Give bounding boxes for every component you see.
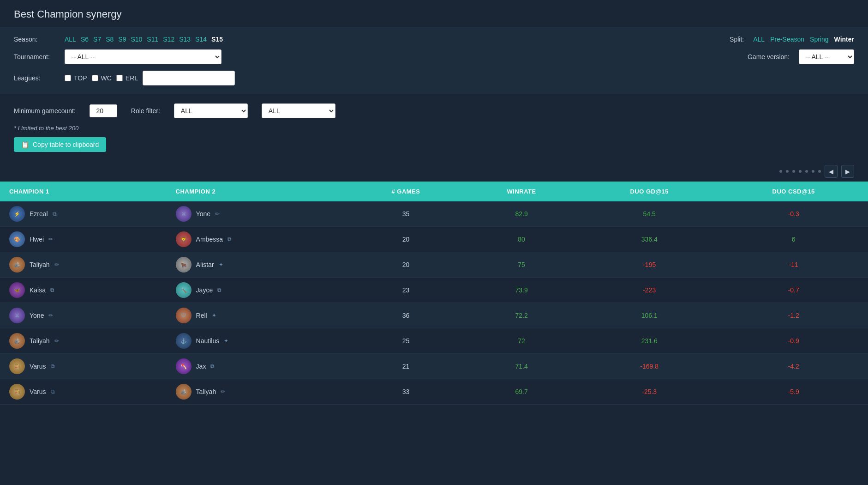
csd15-cell: -0.9	[719, 328, 868, 354]
champ2-role-icon[interactable]: ✦	[212, 312, 216, 319]
league-top-label: TOP	[74, 74, 87, 82]
copy-btn-label: Copy table to clipboard	[33, 141, 99, 148]
csd15-cell: -1.2	[719, 303, 868, 328]
split-spring[interactable]: Spring	[810, 36, 828, 43]
champ2-avatar: 🐂	[176, 257, 192, 273]
col-gd15: DUO GD@15	[580, 182, 719, 201]
col-csd15: DUO CSD@15	[719, 182, 868, 201]
csd15-cell: -4.2	[719, 354, 868, 379]
champ2-name[interactable]: Jax	[196, 363, 206, 370]
game-version-label: Game version:	[748, 53, 790, 61]
season-links: ALL S6 S7 S8 S9 S10 S11 S12 S13 S14 S15	[65, 36, 223, 43]
champ1-role-icon[interactable]: ⧉	[53, 211, 57, 217]
split-winter[interactable]: Winter	[834, 36, 854, 43]
gd15-cell: 106.1	[580, 303, 719, 328]
champ2-role-icon[interactable]: ✏	[221, 388, 225, 395]
champ2-role-icon[interactable]: ⧉	[210, 363, 215, 370]
champ1-name[interactable]: Yone	[30, 312, 44, 319]
season-ALL[interactable]: ALL	[65, 36, 76, 43]
season-S14[interactable]: S14	[195, 36, 207, 43]
champ2-role-icon[interactable]: ⧉	[217, 287, 221, 293]
champ2-cell: 🪓 Jax ⧉	[167, 354, 348, 379]
league-wc-checkbox[interactable]	[92, 75, 98, 81]
champ1-name[interactable]: Varus	[30, 363, 46, 370]
champ2-name[interactable]: Ambessa	[196, 236, 223, 243]
game-version-select[interactable]: -- ALL --	[799, 49, 854, 64]
next-page-button[interactable]: ▶	[841, 165, 854, 178]
leagues-text-input[interactable]	[143, 71, 235, 85]
champ1-role-icon[interactable]: ✏	[54, 261, 59, 268]
tournament-select[interactable]: -- ALL --	[65, 49, 221, 64]
champ1-name[interactable]: Ezreal	[30, 210, 48, 218]
champ2-role-icon[interactable]: ✦	[224, 338, 228, 344]
games-cell: 36	[348, 303, 463, 328]
note-text: * Limited to the best 200	[14, 125, 854, 132]
champ2-name[interactable]: Taliyah	[196, 388, 216, 395]
champ2-content: 🦁 Ambessa ⧉	[176, 231, 339, 247]
champ2-role-icon[interactable]: ⧉	[227, 236, 232, 242]
games-cell: 35	[348, 201, 463, 227]
table-row: ⚔ Yone ✏ 🛡 Rell ✦ 36 72.2 106.1 -1.2	[0, 303, 868, 328]
leagues-row: Leagues: TOP WC ERL	[14, 71, 854, 85]
champ1-role-icon[interactable]: ⧉	[51, 363, 55, 370]
champ1-name[interactable]: Hwei	[30, 236, 44, 243]
champ2-content: 🛡 Rell ✦	[176, 308, 339, 323]
champ1-cell: 🏹 Varus ⧉	[0, 354, 167, 379]
season-S12[interactable]: S12	[163, 36, 174, 43]
champ1-avatar: 🎨	[9, 231, 25, 247]
league-erl-checkbox[interactable]	[116, 75, 123, 81]
leagues-checkboxes: TOP WC ERL	[65, 71, 235, 85]
champ1-name[interactable]: Varus	[30, 388, 46, 395]
season-S10[interactable]: S10	[131, 36, 142, 43]
pagination-dot-1	[779, 170, 782, 173]
season-S11[interactable]: S11	[147, 36, 158, 43]
champ2-role-icon[interactable]: ✦	[219, 261, 223, 268]
tournament-label: Tournament:	[14, 53, 55, 61]
games-cell: 20	[348, 252, 463, 278]
season-S9[interactable]: S9	[118, 36, 126, 43]
season-split-row: Season: ALL S6 S7 S8 S9 S10 S11 S12 S13 …	[14, 36, 854, 43]
col-champ1: CHAMPION 1	[0, 182, 167, 201]
split-preseason[interactable]: Pre-Season	[770, 36, 804, 43]
champ1-name[interactable]: Kaisa	[30, 286, 46, 294]
champ1-role-icon[interactable]: ✏	[48, 312, 53, 319]
winrate-cell: 82.9	[463, 201, 580, 227]
league-erl-group: ERL	[116, 74, 138, 82]
champ1-role-icon[interactable]: ⧉	[50, 287, 54, 293]
champ1-role-icon[interactable]: ✏	[48, 236, 53, 242]
champ2-content: 🔨 Jayce ⧉	[176, 282, 339, 298]
min-gamecount-input[interactable]	[90, 104, 117, 117]
pagination-dot-6	[812, 170, 814, 173]
champ1-name[interactable]: Taliyah	[30, 337, 50, 345]
winrate-cell: 72	[463, 328, 580, 354]
champ2-name[interactable]: Alistar	[196, 261, 214, 268]
champ1-role-icon[interactable]: ✏	[54, 338, 59, 344]
champ2-name[interactable]: Rell	[196, 312, 207, 319]
table-row: 🎨 Hwei ✏ 🦁 Ambessa ⧉ 20 80 336.4 6	[0, 227, 868, 252]
champ2-name[interactable]: Yone	[196, 210, 210, 218]
champ2-name[interactable]: Jayce	[196, 286, 213, 294]
champ1-avatar: 🦋	[9, 282, 25, 298]
champ2-role-icon[interactable]: ✏	[215, 211, 220, 217]
season-S13[interactable]: S13	[179, 36, 191, 43]
season-S8[interactable]: S8	[106, 36, 114, 43]
champ1-role-icon[interactable]: ⧉	[51, 388, 55, 395]
champ1-cell: 🪨 Taliyah ✏	[0, 252, 167, 278]
split-ALL[interactable]: ALL	[753, 36, 765, 43]
champ1-content: 🎨 Hwei ✏	[9, 231, 157, 247]
champ1-avatar: 🏹	[9, 384, 25, 400]
champ1-cell: 🏹 Varus ⧉	[0, 379, 167, 405]
role-select-2[interactable]: ALL TOP JUNGLE MID BOT SUPPORT	[262, 103, 335, 118]
season-S15[interactable]: S15	[211, 36, 223, 43]
champ2-avatar: 🔨	[176, 282, 192, 298]
copy-table-button[interactable]: 📋 Copy table to clipboard	[14, 137, 106, 152]
season-S7[interactable]: S7	[93, 36, 101, 43]
role-select-1[interactable]: ALL TOP JUNGLE MID BOT SUPPORT	[174, 103, 248, 118]
split-links: ALL Pre-Season Spring Winter	[753, 36, 854, 43]
champ2-name[interactable]: Nautilus	[196, 337, 220, 345]
controls-section: Minimum gamecount: Role filter: ALL TOP …	[0, 94, 868, 161]
champ1-name[interactable]: Taliyah	[30, 261, 50, 268]
season-S6[interactable]: S6	[81, 36, 89, 43]
league-top-checkbox[interactable]	[65, 75, 71, 81]
prev-page-button[interactable]: ◀	[825, 165, 838, 178]
